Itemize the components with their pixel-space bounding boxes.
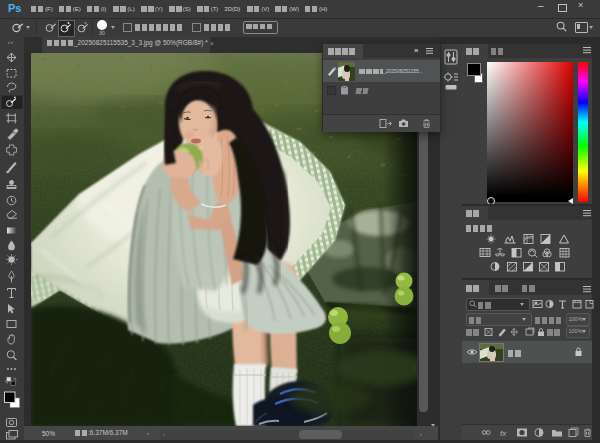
svg-text:fx: fx	[500, 429, 507, 438]
